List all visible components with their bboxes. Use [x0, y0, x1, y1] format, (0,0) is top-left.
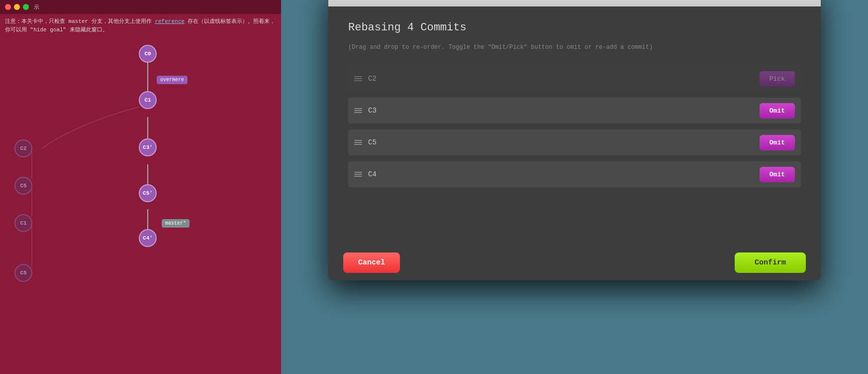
cancel-button[interactable]: Cancel [343, 252, 400, 273]
tl-red[interactable] [5, 4, 11, 10]
traffic-lights [5, 4, 29, 10]
tl-green[interactable] [23, 4, 29, 10]
node-c0-main: C0 [139, 45, 157, 63]
tl-yellow[interactable] [14, 4, 20, 10]
node-c3prime: C3' [139, 138, 157, 156]
modal-title: ⚙ Interactive Rebase [366, 0, 815, 0]
pick-button-c2[interactable]: Pick [760, 71, 795, 87]
left-panel: 示 注意：本关卡中，只检查 master 分支，其他分支上使用作 referen… [0, 0, 281, 374]
note-prefix: 注意：本关卡中，只检查 master 分支，其他分支上使用作 [5, 18, 155, 24]
node-c2-dim: C2 [14, 139, 32, 157]
node-c5-dim2: C5 [14, 264, 32, 282]
commit-row-c4: C4 Omit [348, 161, 801, 187]
interactive-rebase-modal: ⚙ Interactive Rebase Rebasing 4 Commits … [328, 0, 821, 280]
confirm-button[interactable]: Confirm [735, 252, 806, 273]
commit-list: C2 Pick C3 Omit C5 Omit [348, 66, 801, 230]
node-c1: C1 [139, 91, 157, 109]
commit-row-c3: C3 Omit [348, 98, 801, 124]
drag-handle-c2[interactable] [354, 76, 362, 81]
omit-button-c4[interactable]: Omit [760, 167, 795, 182]
git-graph: C0 C1 C3' C5' C4' C2 C5 C1 C5 overHere [0, 45, 281, 374]
omit-button-c3[interactable]: Omit [760, 103, 795, 119]
commit-name-c5: C5 [368, 138, 754, 146]
node-c5-dim: C5 [14, 177, 32, 195]
node-c1-dim: C1 [14, 214, 32, 232]
drag-handle-c4[interactable] [354, 172, 362, 177]
right-panel: C0 ⚙ Interactive Rebase Rebasing 4 Commi… [281, 0, 868, 374]
modal-heading: Rebasing 4 Commits [348, 21, 801, 34]
commit-row-c5: C5 Omit [348, 129, 801, 155]
modal-titlebar: ⚙ Interactive Rebase [328, 0, 821, 6]
label-master: master* [162, 219, 190, 228]
node-c5prime: C5' [139, 184, 157, 202]
commit-name-c2: C2 [368, 75, 754, 83]
note-link: reference [155, 18, 184, 24]
note-box: 注意：本关卡中，只检查 master 分支，其他分支上使用作 reference… [5, 17, 276, 34]
modal-instructions: (Drag and drop to re-order. Toggle the "… [348, 44, 801, 51]
left-title-label: 示 [34, 3, 39, 11]
label-overhere: overHere [157, 76, 188, 84]
modal-footer: Cancel Confirm [328, 245, 821, 280]
modal-content: Rebasing 4 Commits (Drag and drop to re-… [328, 6, 821, 245]
drag-handle-c3[interactable] [354, 108, 362, 113]
drag-handle-c5[interactable] [354, 140, 362, 145]
omit-button-c5[interactable]: Omit [760, 135, 795, 150]
left-titlebar: 示 [0, 0, 281, 14]
gear-icon: ⚙ [557, 0, 563, 0]
commit-name-c3: C3 [368, 107, 754, 115]
commit-name-c4: C4 [368, 170, 754, 178]
commit-row-c2: C2 Pick [348, 66, 801, 92]
node-c4prime: C4' [139, 229, 157, 247]
